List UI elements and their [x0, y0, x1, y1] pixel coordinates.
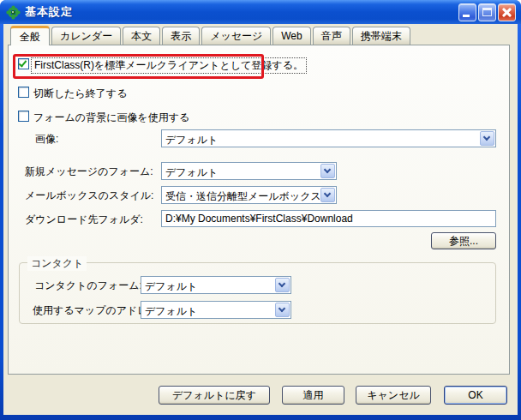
checkbox-quit-on-disconnect[interactable] — [18, 87, 29, 98]
tab-web[interactable]: Web — [272, 27, 310, 45]
tab-body[interactable]: 本文 — [123, 27, 160, 45]
new-message-form-label: 新規メッセージのフォーム: — [25, 165, 153, 179]
mailbox-style-select[interactable]: 受信・送信分離型メールボックス — [161, 186, 337, 204]
checkbox-form-background-image[interactable] — [18, 111, 29, 122]
image-select-value: デフォルト — [165, 133, 479, 147]
titlebar[interactable]: 基本設定 — [0, 0, 521, 24]
chevron-down-icon[interactable] — [275, 303, 290, 317]
minimize-icon — [463, 15, 470, 17]
restore-defaults-button[interactable]: デフォルトに戻す — [159, 386, 270, 405]
contact-form-select[interactable]: デフォルト — [141, 276, 291, 294]
tab-bar: 全般カレンダー本文表示メッセージWeb音声携帯端末 — [10, 26, 412, 45]
checkbox-quit-on-disconnect-label[interactable]: 切断したら終了する — [33, 87, 127, 101]
map-address-value: デフォルト — [145, 304, 274, 319]
check-icon — [19, 58, 27, 67]
download-folder-label: ダウンロード先フォルダ: — [25, 213, 143, 227]
tab-calendar[interactable]: カレンダー — [51, 27, 121, 45]
chevron-down-icon[interactable] — [320, 188, 335, 202]
checkbox-register-default-mail-client-label[interactable]: FirstClass(R)を標準メールクライアントとして登録する。 — [31, 57, 307, 74]
apply-button[interactable]: 適用 — [282, 386, 344, 405]
mailbox-style-value: 受信・送信分離型メールボックス — [165, 189, 320, 204]
checkbox-register-default-mail-client[interactable] — [18, 58, 29, 69]
maximize-button[interactable] — [478, 3, 496, 21]
chevron-down-icon[interactable] — [480, 131, 494, 146]
browse-button[interactable]: 参照... — [431, 232, 496, 249]
checkbox-form-background-image-label[interactable]: フォームの背景に画像を使用する — [33, 111, 189, 125]
map-address-select[interactable]: デフォルト — [141, 301, 291, 319]
close-button[interactable] — [498, 3, 516, 21]
window-title: 基本設定 — [25, 4, 458, 20]
dialog-client-area: 全般カレンダー本文表示メッセージWeb音声携帯端末 FirstClass(R)を… — [3, 24, 518, 415]
cancel-button[interactable]: キャンセル — [356, 386, 431, 405]
chevron-down-icon[interactable] — [320, 164, 335, 178]
minimize-button[interactable] — [458, 3, 476, 21]
contact-form-label: コンタクトのフォーム: — [34, 279, 142, 293]
preferences-dialog: 基本設定 全般カレンダー本文表示メッセージWeb音声携帯端末 FirstClas… — [0, 0, 521, 420]
ok-button[interactable]: OK — [444, 386, 507, 405]
tab-general[interactable]: 全般 — [10, 26, 50, 45]
window-controls — [458, 3, 516, 21]
tab-voice[interactable]: 音声 — [313, 27, 350, 45]
chevron-down-icon[interactable] — [275, 278, 290, 292]
contact-form-value: デフォルト — [145, 279, 274, 294]
maximize-icon — [482, 8, 492, 16]
new-message-form-value: デフォルト — [165, 165, 320, 180]
image-select-label: 画像: — [35, 132, 58, 147]
firstclass-flower-icon — [6, 5, 21, 20]
download-folder-input[interactable] — [161, 210, 496, 227]
tab-panel-general: FirstClass(R)を標準メールクライアントとして登録する。 切断したら終… — [8, 45, 510, 375]
image-select[interactable]: デフォルト — [161, 129, 496, 147]
mailbox-style-label: メールボックスのスタイル: — [25, 189, 153, 203]
tab-mobile[interactable]: 携帯端末 — [352, 27, 410, 45]
contact-group-title: コンタクト — [27, 256, 87, 271]
tab-display[interactable]: 表示 — [162, 27, 200, 45]
new-message-form-select[interactable]: デフォルト — [161, 162, 337, 180]
tab-message[interactable]: メッセージ — [201, 27, 271, 45]
contact-groupbox: コンタクト コンタクトのフォーム: デフォルト 使用するマップのアドレス: デフ… — [19, 262, 496, 324]
